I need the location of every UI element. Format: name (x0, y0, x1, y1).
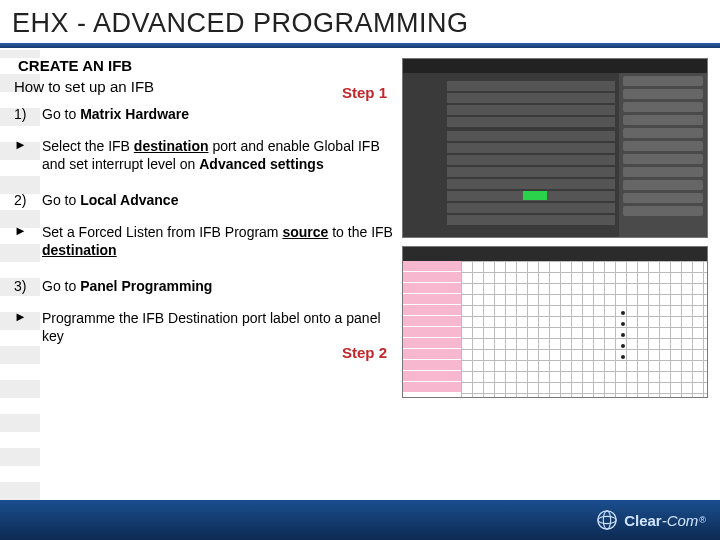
t-bold: Advanced settings (199, 156, 323, 172)
brand-reg: ® (699, 515, 706, 525)
screenshot-toolbar (403, 59, 707, 73)
section-subheading: How to set up an IFB (14, 77, 394, 96)
svg-point-0 (598, 511, 616, 529)
slide-title: EHX - ADVANCED PROGRAMMING (0, 0, 720, 43)
t: Select the IFB (42, 138, 134, 154)
section-heading: CREATE AN IFB (18, 56, 394, 75)
t: Go to (42, 106, 80, 122)
slide: EHX - ADVANCED PROGRAMMING CREATE AN IFB… (0, 0, 720, 540)
step-text: Select the IFB destination port and enab… (42, 138, 394, 174)
svg-point-2 (603, 511, 610, 529)
t-bold: Local Advance (80, 192, 178, 208)
t: Go to (42, 278, 80, 294)
svg-point-1 (598, 516, 616, 523)
step-3-detail: ► Programme the IFB Destination port lab… (14, 310, 394, 346)
step-text: Go to Matrix Hardware (42, 106, 394, 124)
screenshot-row-labels (403, 261, 461, 397)
t-bold: Matrix Hardware (80, 106, 189, 122)
highlight-cell (523, 191, 547, 200)
step-text: Go to Panel Programming (42, 278, 394, 296)
step-text: Programme the IFB Destination port label… (42, 310, 394, 346)
step-1: 1) Go to Matrix Hardware (14, 106, 394, 124)
step-2-detail: ► Set a Forced Listen from IFB Program s… (14, 224, 394, 260)
t: Go to (42, 192, 80, 208)
screenshot-grid (461, 261, 707, 397)
step-1-detail: ► Select the IFB destination port and en… (14, 138, 394, 174)
t-dest: destination (134, 138, 209, 154)
step-text: Set a Forced Listen from IFB Program sou… (42, 224, 394, 260)
screenshot-toolbar (403, 247, 707, 261)
globe-icon (596, 509, 618, 531)
t-bold: Panel Programming (80, 278, 212, 294)
screenshot-side-panel (619, 73, 707, 237)
brand-a: Clear (624, 512, 662, 529)
step-text: Go to Local Advance (42, 192, 394, 210)
brand-logo: Clear-Com® (596, 509, 706, 531)
t: Set a Forced Listen from IFB Program (42, 224, 282, 240)
watermark-strip (0, 50, 40, 500)
title-rule (0, 43, 720, 48)
step-2: 2) Go to Local Advance (14, 192, 394, 210)
step1-callout: Step 1 (342, 84, 387, 101)
t: to the IFB (328, 224, 393, 240)
brand-b: -Com (662, 512, 699, 529)
right-column (402, 56, 708, 398)
left-column: CREATE AN IFB How to set up an IFB 1) Go… (14, 56, 394, 398)
screenshot-step1 (402, 58, 708, 238)
t-src: source (282, 224, 328, 240)
screenshot-step2 (402, 246, 708, 398)
t-dest: destination (42, 242, 117, 258)
step2-callout: Step 2 (342, 344, 387, 361)
footer-bar: Clear-Com® (0, 500, 720, 540)
step-3: 3) Go to Panel Programming (14, 278, 394, 296)
